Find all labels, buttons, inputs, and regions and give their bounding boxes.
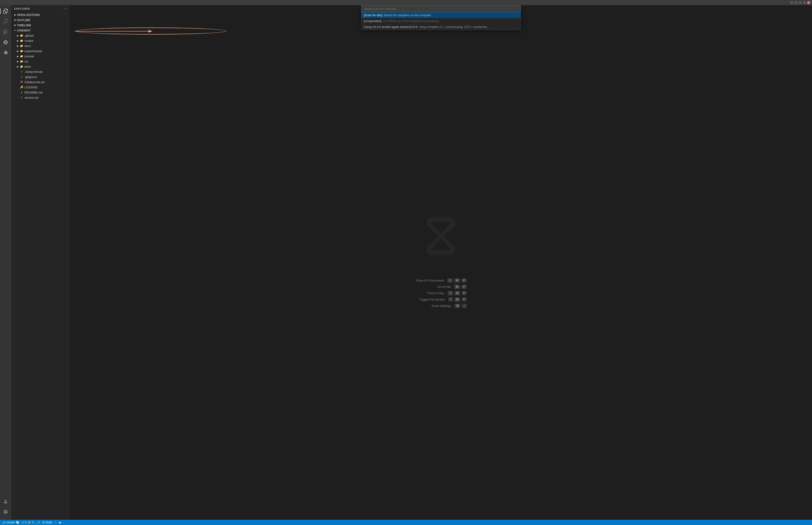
kit-item-unspecified[interactable]: [Unspecified] Let CMake try to find comp…	[361, 18, 521, 24]
sidebar-header: Explorer ···	[11, 5, 70, 12]
sidebar-item-gitignore[interactable]: ◇ .gitignore	[11, 74, 70, 79]
go-to-file-key1: ⌘	[455, 285, 460, 289]
sidebar-section-open-editors[interactable]: ▶ Open Editors	[11, 12, 70, 17]
kit-search-input[interactable]	[361, 5, 521, 12]
sidebar-item-readme[interactable]: ℹ README.md	[11, 90, 70, 95]
src-label: src	[25, 60, 28, 63]
sync-count-icon: ↕	[36, 521, 37, 524]
explorer-activity-icon[interactable]	[1, 7, 10, 15]
status-build[interactable]: ⚙ Build	[42, 521, 52, 524]
cmake-label: cmake	[25, 39, 33, 43]
github-folder-icon: 📁	[20, 34, 24, 38]
src-folder-icon: 📁	[20, 59, 24, 63]
license-icon: 🔑	[20, 85, 24, 89]
readme-icon: ℹ	[20, 90, 24, 94]
find-in-files-key2: ⌘	[455, 291, 460, 295]
tile-left-btn[interactable]	[795, 1, 797, 4]
show-settings-key2: ,	[462, 304, 466, 308]
shortcuts-section: Show All Commands ⇧ ⌘ P Go to File ⌘ P F…	[406, 274, 476, 313]
activity-bar-bottom	[1, 497, 10, 518]
sidebar-item-docs[interactable]: ▶ 📁 docs	[11, 43, 70, 48]
sidebar-item-version[interactable]: ⊙ version.txt	[11, 95, 70, 100]
github-chevron: ▶	[16, 34, 20, 38]
tests-chevron: ▶	[16, 65, 20, 69]
sync-icon: 🔄	[16, 521, 19, 524]
source-control-activity-icon[interactable]	[1, 28, 10, 36]
github-label: .github	[25, 34, 34, 38]
sidebar-item-cmake[interactable]: ▶ 📁 cmake	[11, 38, 70, 43]
kit-item-scan[interactable]: [Scan for kits] Search for compilers on …	[361, 12, 521, 18]
shortcut-toggle-fullscreen: Toggle Full Screen ^ ⌘ F	[419, 298, 466, 301]
outline-label: Outline	[17, 18, 30, 22]
search-activity-icon[interactable]	[1, 17, 10, 26]
docs-chevron: ▶	[16, 44, 20, 48]
sidebar-section-outline[interactable]: ▶ Outline	[11, 17, 70, 22]
sidebar-item-tests[interactable]: ▶ 📁 tests	[11, 64, 70, 69]
all-commands-key3: P	[462, 279, 466, 282]
find-in-files-key1: ⇧	[448, 291, 453, 295]
sidebar-item-experimental[interactable]: ▶ 📁 experimental	[11, 48, 70, 54]
go-to-file-label: Go to File	[438, 285, 451, 289]
gitignore-label: .gitignore	[25, 75, 37, 79]
sidebar-item-cmakelists[interactable]: M CMakeLists.txt	[11, 79, 70, 85]
status-errors[interactable]: ⚠ 0 ⚡ 0	[21, 521, 34, 524]
sidebar-item-license[interactable]: 🔑 LICENSE	[11, 85, 70, 90]
cmake-folder-icon: 📁	[20, 39, 24, 43]
include-label: include	[25, 55, 34, 58]
settings-activity-icon[interactable]	[1, 508, 10, 516]
app-body: Explorer ··· ▶ Open Editors ▶ Outline ▶ …	[0, 5, 812, 520]
shortcut-find-in-files: Find in Files ⇧ ⌘ F	[428, 291, 466, 295]
minimize-btn[interactable]	[791, 1, 793, 4]
find-in-files-label: Find in Files	[428, 291, 444, 295]
center-area: Show All Commands ⇧ ⌘ P Go to File ⌘ P F…	[70, 5, 812, 520]
status-sync[interactable]: ↕ 0	[36, 521, 40, 524]
maximize-btn[interactable]	[803, 1, 806, 4]
unspecified-desc: Let CMake try to find compilers automati…	[383, 19, 439, 23]
sidebar-item-github[interactable]: ▶ 📁 .github	[11, 33, 70, 38]
activity-bar	[0, 5, 11, 520]
go-to-file-key2: P	[462, 285, 466, 289]
open-editors-chevron: ▶	[13, 13, 17, 17]
kit-item-clang15[interactable]: Clang 15.0.0 arm64-apple-darwin23.6.0 Us…	[361, 24, 521, 30]
extensions-activity-icon[interactable]	[1, 48, 10, 57]
open-editors-label: Open Editors	[17, 13, 40, 17]
sidebar-more-icon[interactable]: ···	[63, 6, 67, 11]
timeline-label: Timeline	[17, 24, 31, 27]
build-label: Build	[46, 521, 52, 524]
timeline-chevron: ▶	[13, 23, 17, 27]
status-star[interactable]: ☆	[54, 521, 57, 524]
sidebar-item-include[interactable]: ▶ 📁 include	[11, 54, 70, 59]
experimental-label: experimental	[25, 49, 42, 53]
error-count: 0	[25, 521, 27, 524]
version-label: version.txt	[25, 96, 38, 100]
warning-count: 0	[32, 521, 34, 524]
close-btn[interactable]	[807, 1, 810, 4]
sidebar-item-clang-format[interactable]: ≡ .clang-format	[11, 69, 70, 74]
show-settings-label: Show Settings	[432, 304, 451, 308]
status-branch[interactable]: ⎇ master 🔄	[2, 521, 19, 524]
include-folder-icon: 📁	[20, 54, 24, 58]
clang15-label: Clang 15.0.0 arm64-apple-darwin23.6.0	[364, 25, 417, 29]
sidebar-section-chemist[interactable]: ▼ CHEMIST	[11, 28, 70, 33]
sidebar: Explorer ··· ▶ Open Editors ▶ Outline ▶ …	[11, 5, 70, 520]
status-play[interactable]: ▶	[59, 521, 61, 524]
account-activity-icon[interactable]	[1, 497, 10, 506]
sidebar-title: Explorer	[14, 7, 30, 10]
main-content: [Scan for kits] Search for compilers on …	[70, 5, 812, 520]
docs-label: docs	[25, 44, 31, 48]
tile-right-btn[interactable]	[799, 1, 802, 4]
src-chevron: ▶	[16, 59, 20, 63]
scan-kits-label: [Scan for kits]	[364, 13, 382, 17]
experimental-chevron: ▶	[16, 49, 20, 53]
docs-folder-icon: 📁	[20, 44, 24, 48]
title-bar	[0, 0, 812, 5]
kit-dropdown: [Scan for kits] Search for compilers on …	[361, 5, 521, 30]
clang15-desc: Using compilers: C = /usr/bin/clang, CXX…	[419, 25, 489, 29]
run-activity-icon[interactable]	[1, 38, 10, 46]
outline-chevron: ▶	[13, 18, 17, 22]
sidebar-section-timeline[interactable]: ▶ Timeline	[11, 22, 70, 28]
sidebar-item-src[interactable]: ▶ 📁 src	[11, 59, 70, 64]
readme-label: README.md	[25, 91, 43, 94]
error-icon: ⚠	[21, 521, 24, 524]
all-commands-label: Show All Commands	[416, 279, 444, 282]
